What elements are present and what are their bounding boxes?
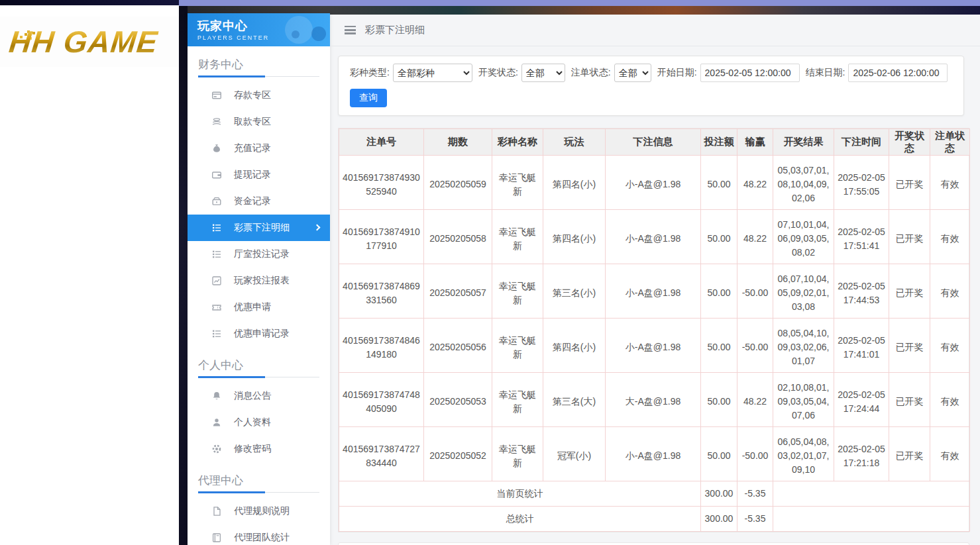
- order-status-select[interactable]: 全部: [614, 64, 651, 82]
- summary-bet-total: 300.00: [701, 481, 737, 507]
- table-cell: 50.00: [701, 264, 737, 319]
- summary-label: 总统计: [339, 507, 701, 532]
- table-cell: 幸运飞艇新: [492, 427, 543, 481]
- sidebar-item-label: 存款专区: [234, 89, 271, 101]
- table-cell: 20250205056: [424, 319, 492, 373]
- column-header: 输赢: [737, 129, 773, 156]
- table-cell: 有效: [930, 319, 970, 373]
- lottery-type-select[interactable]: 全部彩种: [393, 64, 472, 82]
- sidebar-item-funds-records[interactable]: 资金记录: [188, 188, 330, 215]
- table-cell: 第四名(小): [543, 156, 606, 210]
- table-cell: 已开奖: [889, 156, 930, 210]
- column-header: 注单状态: [930, 129, 970, 156]
- content-header: 彩票下注明细: [330, 15, 980, 46]
- table-cell: 第四名(小): [543, 210, 606, 264]
- sidebar-item-deposit-area[interactable]: 存款专区: [188, 82, 330, 109]
- column-header: 玩法: [543, 129, 606, 156]
- sidebar-item-change-password[interactable]: 修改密码: [188, 436, 330, 462]
- sidebar-item-withdraw-area[interactable]: 取款专区: [188, 109, 330, 135]
- start-date-input[interactable]: [700, 64, 800, 82]
- table-cell: 有效: [930, 156, 970, 210]
- sidebar-item-label: 个人资料: [234, 417, 271, 428]
- table-cell: 幸运飞艇新: [492, 319, 543, 373]
- sidebar-item-label: 代理团队统计: [234, 532, 290, 544]
- table-row: 40156917387486933156020250205057幸运飞艇新第三名…: [339, 264, 970, 319]
- table-cell: 第三名(大): [543, 373, 606, 427]
- table-cell: 06,07,10,04,05,09,02,01,03,08: [773, 264, 834, 319]
- column-header: 下注时间: [834, 129, 889, 156]
- table-cell: 幸运飞艇新: [492, 264, 543, 319]
- chart-icon: [211, 275, 222, 286]
- table-cell: 小-A盘@1.98: [606, 210, 701, 264]
- sidebar: 玩家中心 PLAYERS CENTER 财务中心存款专区取款专区充值记录提现记录…: [188, 13, 330, 545]
- sidebar-item-lottery-bet-details[interactable]: 彩票下注明细: [188, 215, 330, 241]
- sidebar-item-promo-apply-records[interactable]: 优惠申请记录: [188, 321, 330, 347]
- sidebar-item-agent-team-stats[interactable]: 代理团队统计: [188, 524, 330, 545]
- column-header: 下注信息: [606, 129, 701, 156]
- summary-win-loss: -5.35: [737, 481, 773, 507]
- table-cell: 50.00: [701, 210, 737, 264]
- end-date-label: 结束日期:: [806, 67, 845, 79]
- doc-icon: [211, 506, 222, 517]
- menu-toggle-icon[interactable]: [345, 26, 356, 34]
- summary-empty-cell: [773, 481, 970, 507]
- table-cell: 已开奖: [889, 264, 930, 319]
- table-row: 40156917387493052594020250205059幸运飞艇新第四名…: [339, 156, 970, 210]
- sidebar-item-profile[interactable]: 个人资料: [188, 409, 330, 436]
- bet-records-table: 注单号期数彩种名称玩法下注信息投注额输赢开奖结果下注时间开奖状态注单状态 401…: [339, 128, 970, 532]
- column-header: 注单号: [339, 129, 424, 156]
- table-cell: 2025-02-05 17:51:41: [834, 210, 889, 264]
- table-row: 40156917387472783444020250205052幸运飞艇新冠军(…: [339, 427, 970, 481]
- bet-records-table-card: 注单号期数彩种名称玩法下注信息投注额输赢开奖结果下注时间开奖状态注单状态 401…: [338, 128, 969, 532]
- table-cell: 20250205057: [424, 264, 492, 319]
- sidebar-item-recharge-records[interactable]: 充值记录: [188, 135, 330, 162]
- table-cell: 小-A盘@1.98: [606, 264, 701, 319]
- sidebar-item-agent-rules[interactable]: 代理规则说明: [188, 498, 330, 524]
- table-cell: 冠军(小): [543, 427, 606, 481]
- lottery-type-label: 彩种类型:: [350, 67, 390, 79]
- sidebar-item-label: 厅室投注记录: [234, 248, 290, 260]
- table-cell: 48.22: [737, 210, 773, 264]
- table-cell: 07,10,01,04,06,09,03,05,08,02: [773, 210, 834, 264]
- sidebar-item-withdraw-records[interactable]: 提现记录: [188, 162, 330, 188]
- summary-label: 当前页统计: [339, 481, 701, 507]
- table-cell: -50.00: [737, 427, 773, 481]
- draw-status-select[interactable]: 全部: [521, 64, 565, 82]
- sidebar-item-label: 提现记录: [234, 169, 271, 181]
- table-cell: -50.00: [737, 319, 773, 373]
- table-cell: 小-A盘@1.98: [606, 319, 701, 373]
- table-cell: 有效: [930, 373, 970, 427]
- sidebar-item-label: 消息公告: [234, 390, 271, 402]
- sidebar-item-messages[interactable]: 消息公告: [188, 383, 330, 409]
- page-title: 彩票下注明细: [365, 24, 425, 36]
- table-cell: 50.00: [701, 427, 737, 481]
- sidebar-item-label: 充值记录: [234, 142, 271, 154]
- logo-pane: HH GAME: [0, 0, 179, 545]
- sidebar-item-label: 优惠申请记录: [234, 328, 290, 340]
- end-date-input[interactable]: [848, 64, 948, 82]
- chevron-right-icon: [314, 224, 321, 231]
- search-button[interactable]: 查询: [350, 89, 387, 107]
- purse-icon: [211, 196, 222, 207]
- column-header: 开奖结果: [773, 129, 834, 156]
- brand-logo-text: HH GAME: [7, 24, 160, 60]
- sidebar-item-label: 代理规则说明: [234, 505, 290, 517]
- table-cell: 幸运飞艇新: [492, 373, 543, 427]
- sidebar-section-title: 代理中心: [198, 473, 319, 488]
- section-underline: [198, 76, 319, 77]
- sidebar-item-hall-bet-records[interactable]: 厅室投注记录: [188, 241, 330, 268]
- draw-status-label: 开奖状态:: [478, 67, 518, 79]
- table-cell: 48.22: [737, 373, 773, 427]
- sidebar-item-label: 修改密码: [234, 443, 271, 455]
- sidebar-item-player-bet-report[interactable]: 玩家投注报表: [188, 268, 330, 294]
- table-cell: 小-A盘@1.98: [606, 427, 701, 481]
- table-cell: 有效: [930, 210, 970, 264]
- table-cell: 2025-02-05 17:55:05: [834, 156, 889, 210]
- list-icon: [211, 223, 222, 233]
- table-cell: 401569173874869331560: [339, 264, 424, 319]
- table-cell: 大-A盘@1.98: [606, 373, 701, 427]
- start-date-label: 开始日期:: [657, 67, 697, 79]
- table-cell: 20250205052: [424, 427, 492, 481]
- sidebar-item-promo-apply[interactable]: 优惠申请: [188, 294, 330, 321]
- table-header-row: 注单号期数彩种名称玩法下注信息投注额输赢开奖结果下注时间开奖状态注单状态: [339, 129, 970, 156]
